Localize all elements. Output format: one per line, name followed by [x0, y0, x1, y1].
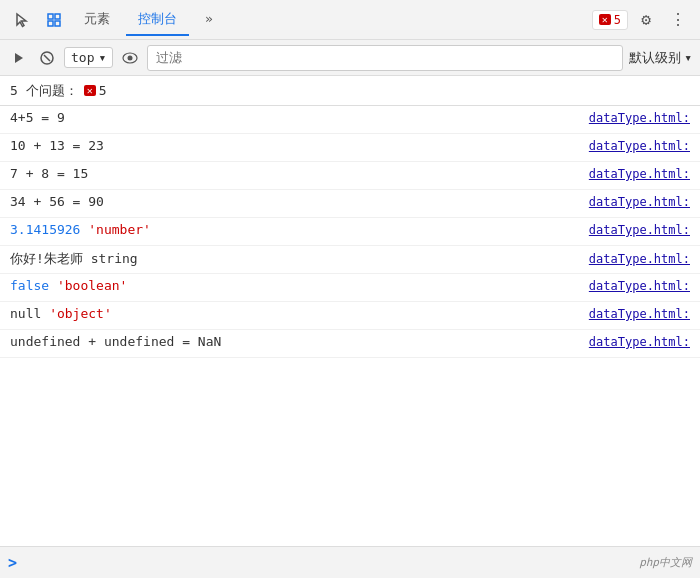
- issues-error-badge[interactable]: ✕ 5: [84, 83, 107, 98]
- console-text: 10 + 13 = 23: [10, 138, 581, 153]
- level-label: 默认级别: [629, 49, 681, 67]
- bottom-bar: > php中文网: [0, 546, 700, 578]
- console-link[interactable]: dataType.html:: [589, 307, 690, 321]
- console-link[interactable]: dataType.html:: [589, 279, 690, 293]
- console-text: undefined + undefined = NaN: [10, 334, 581, 349]
- cursor-tool-icon[interactable]: [8, 6, 36, 34]
- svg-point-8: [128, 55, 133, 60]
- console-row: 34 + 56 = 90 dataType.html:: [0, 190, 700, 218]
- svg-rect-3: [55, 21, 60, 26]
- issues-error-count: 5: [99, 83, 107, 98]
- dropdown-arrow-icon: ▾: [98, 50, 106, 65]
- svg-marker-4: [15, 53, 23, 63]
- eye-button[interactable]: [119, 47, 141, 69]
- level-selector[interactable]: 默认级别 ▾: [629, 49, 692, 67]
- console-text: 7 + 8 = 15: [10, 166, 581, 181]
- console-row: 4+5 = 9 dataType.html:: [0, 106, 700, 134]
- console-row: 3.1415926 'number' dataType.html:: [0, 218, 700, 246]
- console-value-blue: 3.1415926: [10, 222, 80, 237]
- console-link[interactable]: dataType.html:: [589, 167, 690, 181]
- frame-selector[interactable]: top ▾: [64, 47, 113, 68]
- filter-input[interactable]: [147, 45, 623, 71]
- console-link[interactable]: dataType.html:: [589, 223, 690, 237]
- console-value-blue: false: [10, 278, 49, 293]
- console-row: 你好!朱老师 string dataType.html:: [0, 246, 700, 274]
- console-text: 你好!朱老师 string: [10, 250, 581, 268]
- php-badge: php中文网: [639, 555, 692, 570]
- svg-rect-0: [48, 14, 53, 19]
- frame-label: top: [71, 50, 94, 65]
- svg-rect-1: [55, 14, 60, 19]
- layers-icon[interactable]: [40, 6, 68, 34]
- tab-elements[interactable]: 元素: [72, 4, 122, 36]
- console-row: false 'boolean' dataType.html:: [0, 274, 700, 302]
- console-text: 3.1415926 'number': [10, 222, 581, 237]
- console-link[interactable]: dataType.html:: [589, 195, 690, 209]
- console-link[interactable]: dataType.html:: [589, 335, 690, 349]
- tab-more[interactable]: »: [193, 5, 225, 34]
- console-row: null 'object' dataType.html:: [0, 302, 700, 330]
- console-text: 4+5 = 9: [10, 110, 581, 125]
- issues-error-icon: ✕: [84, 85, 96, 96]
- error-badge[interactable]: ✕ 5: [592, 10, 628, 30]
- play-button[interactable]: [8, 47, 30, 69]
- issues-bar: 5 个问题： ✕ 5: [0, 76, 700, 106]
- console-value-red: 'boolean': [57, 278, 127, 293]
- svg-rect-2: [48, 21, 53, 26]
- tab-console[interactable]: 控制台: [126, 4, 189, 36]
- stop-button[interactable]: [36, 47, 58, 69]
- console-link[interactable]: dataType.html:: [589, 111, 690, 125]
- issues-label: 5 个问题：: [10, 82, 78, 100]
- console-value-red: 'number': [88, 222, 151, 237]
- more-menu-icon[interactable]: ⋮: [664, 6, 692, 34]
- second-toolbar: top ▾ 默认级别 ▾: [0, 40, 700, 76]
- console-link[interactable]: dataType.html:: [589, 139, 690, 153]
- console-link[interactable]: dataType.html:: [589, 252, 690, 266]
- level-arrow-icon: ▾: [684, 50, 692, 65]
- console-row: 10 + 13 = 23 dataType.html:: [0, 134, 700, 162]
- top-toolbar: 元素 控制台 » ✕ 5 ⚙ ⋮: [0, 0, 700, 40]
- svg-line-6: [44, 55, 50, 61]
- console-row: 7 + 8 = 15 dataType.html:: [0, 162, 700, 190]
- console-value-red: 'object': [49, 306, 112, 321]
- console-text: false 'boolean': [10, 278, 581, 293]
- console-prompt[interactable]: >: [8, 554, 17, 572]
- error-count: 5: [614, 13, 621, 27]
- error-badge-icon: ✕: [599, 14, 611, 25]
- console-text: 34 + 56 = 90: [10, 194, 581, 209]
- gear-icon[interactable]: ⚙: [632, 6, 660, 34]
- console-text: null 'object': [10, 306, 581, 321]
- console-output: 4+5 = 9 dataType.html: 10 + 13 = 23 data…: [0, 106, 700, 546]
- console-row: undefined + undefined = NaN dataType.htm…: [0, 330, 700, 358]
